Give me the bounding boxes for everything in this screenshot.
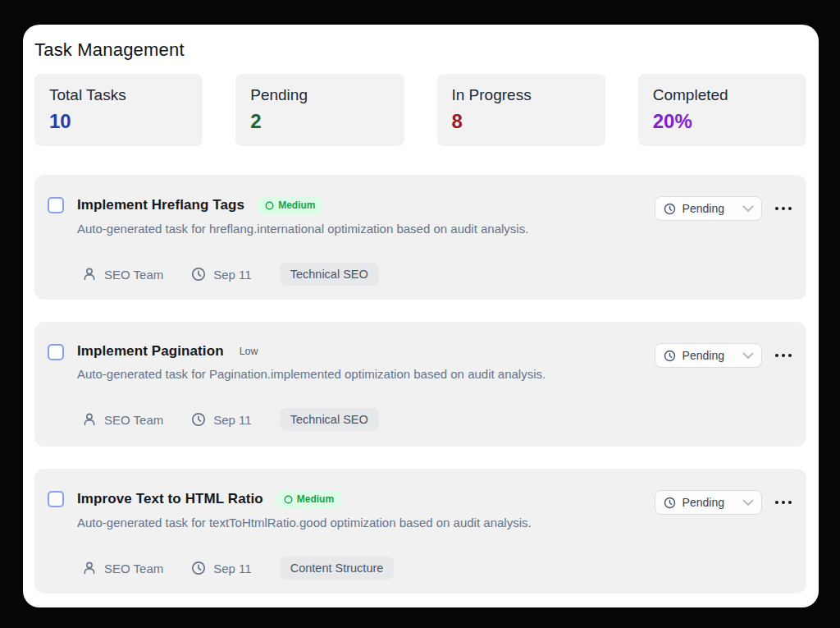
status-dropdown[interactable]: Pending xyxy=(655,343,762,368)
status-dropdown[interactable]: Pending xyxy=(655,196,762,221)
task-card: Implement Pagination Low Auto-generated … xyxy=(34,322,806,447)
chevron-down-icon xyxy=(742,205,754,213)
stat-value: 10 xyxy=(49,110,188,133)
priority-badge: Medium xyxy=(276,490,342,508)
clock-icon xyxy=(191,267,206,282)
due-date-group: Sep 11 xyxy=(191,412,251,427)
circle-outline-icon xyxy=(284,495,293,504)
status-label: Pending xyxy=(682,496,736,509)
ellipsis-icon xyxy=(788,501,792,504)
task-title: Implement Hreflang Tags xyxy=(77,197,244,213)
task-card: Implement Hreflang Tags Medium Auto-gene… xyxy=(34,175,806,300)
task-checkbox[interactable] xyxy=(48,491,64,507)
more-options-button[interactable] xyxy=(774,349,793,362)
task-main: Implement Hreflang Tags Medium Auto-gene… xyxy=(77,196,640,286)
ellipsis-icon xyxy=(775,354,778,357)
assignee-group: SEO Team xyxy=(82,561,163,575)
due-date-label: Sep 11 xyxy=(213,268,251,282)
category-tag: Technical SEO xyxy=(280,263,379,286)
user-icon xyxy=(82,561,97,575)
more-options-button[interactable] xyxy=(774,496,793,509)
clock-icon xyxy=(664,497,676,509)
priority-label: Medium xyxy=(278,199,315,211)
task-meta-row: SEO Team Sep 11 Technical SEO xyxy=(82,263,640,286)
clock-icon xyxy=(664,203,676,215)
ellipsis-icon xyxy=(775,501,778,504)
ellipsis-icon xyxy=(782,207,785,210)
assignee-label: SEO Team xyxy=(104,268,163,282)
stat-label: Pending xyxy=(250,86,389,104)
status-label: Pending xyxy=(682,202,736,215)
clock-icon xyxy=(191,412,206,427)
task-title: Improve Text to HTML Ratio xyxy=(77,491,263,507)
task-card: Improve Text to HTML Ratio Medium Auto-g… xyxy=(34,469,806,594)
task-main: Implement Pagination Low Auto-generated … xyxy=(77,343,640,431)
task-description: Auto-generated task for textToHtmlRatio.… xyxy=(77,516,640,529)
status-label: Pending xyxy=(682,349,736,362)
ellipsis-icon xyxy=(788,207,792,210)
priority-label: Medium xyxy=(297,493,334,505)
task-main: Improve Text to HTML Ratio Medium Auto-g… xyxy=(77,490,640,580)
card-controls: Pending xyxy=(655,196,793,221)
due-date-label: Sep 11 xyxy=(213,562,251,575)
task-meta-row: SEO Team Sep 11 Content Structure xyxy=(82,557,640,580)
task-management-panel: Task Management Total Tasks 10 Pending 2… xyxy=(23,25,819,607)
stat-label: In Progress xyxy=(452,86,591,104)
clock-icon xyxy=(191,561,206,575)
page-title: Task Management xyxy=(34,39,808,61)
task-description: Auto-generated task for hreflang.interna… xyxy=(77,222,640,236)
category-tag: Content Structure xyxy=(280,557,395,580)
stat-card-completed: Completed 20% xyxy=(638,74,806,146)
user-icon xyxy=(82,267,97,282)
priority-label: Low xyxy=(236,346,262,357)
stat-card-total-tasks: Total Tasks 10 xyxy=(34,74,203,146)
ellipsis-icon xyxy=(782,501,785,504)
due-date-label: Sep 11 xyxy=(213,413,251,427)
due-date-group: Sep 11 xyxy=(191,561,251,575)
due-date-group: Sep 11 xyxy=(191,267,251,282)
task-checkbox[interactable] xyxy=(48,197,64,213)
task-description: Auto-generated task for Pagination.imple… xyxy=(77,367,640,381)
more-options-button[interactable] xyxy=(774,202,793,215)
assignee-group: SEO Team xyxy=(82,412,163,427)
circle-outline-icon xyxy=(265,201,274,210)
chevron-down-icon xyxy=(742,499,754,507)
ellipsis-icon xyxy=(788,354,792,357)
stat-label: Total Tasks xyxy=(49,86,188,104)
status-dropdown[interactable]: Pending xyxy=(655,490,762,515)
stat-value: 20% xyxy=(653,110,792,133)
assignee-label: SEO Team xyxy=(104,562,163,575)
assignee-group: SEO Team xyxy=(82,267,163,282)
card-controls: Pending xyxy=(655,490,793,515)
ellipsis-icon xyxy=(782,354,785,357)
task-meta-row: SEO Team Sep 11 Technical SEO xyxy=(82,408,640,431)
stat-value: 8 xyxy=(452,110,591,133)
card-controls: Pending xyxy=(655,343,793,368)
task-checkbox[interactable] xyxy=(48,344,64,360)
stat-label: Completed xyxy=(653,86,792,104)
task-list: Implement Hreflang Tags Medium Auto-gene… xyxy=(34,175,806,594)
stat-value: 2 xyxy=(250,110,389,133)
clock-icon xyxy=(664,350,676,362)
task-title: Implement Pagination xyxy=(77,343,224,360)
assignee-label: SEO Team xyxy=(104,413,163,427)
chevron-down-icon xyxy=(742,352,754,360)
stat-card-in-progress: In Progress 8 xyxy=(437,74,605,146)
stat-card-pending: Pending 2 xyxy=(235,74,404,146)
ellipsis-icon xyxy=(775,207,778,210)
user-icon xyxy=(82,412,97,427)
stats-row: Total Tasks 10 Pending 2 In Progress 8 C… xyxy=(34,74,806,146)
category-tag: Technical SEO xyxy=(280,408,379,431)
priority-badge: Medium xyxy=(257,196,323,214)
